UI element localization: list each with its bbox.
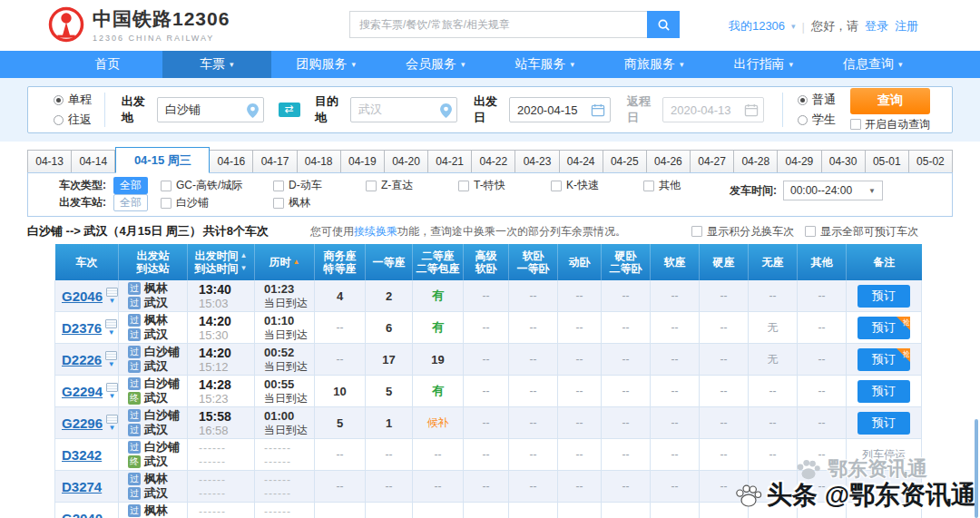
points-toggle[interactable]: 显示积分兑换车次 [691, 224, 794, 239]
search-button[interactable] [647, 11, 680, 38]
calendar-icon[interactable] [591, 103, 605, 121]
nav-item-travel-guide[interactable]: 出行指南▾ [709, 51, 818, 78]
checkbox-icon[interactable] [458, 181, 469, 191]
date-tab-04-27[interactable]: 04-27 [691, 150, 734, 173]
checkbox-icon[interactable] [805, 226, 816, 237]
date-tab-05-01[interactable]: 05-01 [866, 150, 909, 173]
date-tab-04-26[interactable]: 04-26 [647, 150, 691, 173]
date-tab-04-24[interactable]: 04-24 [560, 150, 603, 173]
nav-item-station-services[interactable]: 站车服务▾ [490, 51, 600, 78]
scrollbar-thumb[interactable] [975, 419, 978, 518]
auto-query-toggle[interactable]: 开启自动查询 [850, 117, 930, 132]
checkbox-icon[interactable] [850, 119, 861, 130]
date-tab-04-25[interactable]: 04-25 [603, 150, 647, 173]
date-tab-04-30[interactable]: 04-30 [822, 150, 866, 173]
seat-availability: -- [602, 376, 651, 407]
checkbox-icon[interactable] [161, 181, 172, 191]
date-tab-04-19[interactable]: 04-19 [341, 150, 385, 173]
depart-station-all-badge[interactable]: 全部 [113, 194, 148, 211]
column-header-3[interactable]: 历时▲ [255, 244, 315, 280]
checkbox-icon[interactable] [273, 198, 284, 209]
book-button[interactable]: 预订抢 [858, 317, 910, 339]
passenger-type-normal[interactable]: 普通 [798, 92, 848, 108]
depart-station-option[interactable]: 枫林 [273, 195, 353, 210]
train-type-all-badge[interactable]: 全部 [113, 177, 148, 194]
train-link[interactable]: G2294 [62, 384, 103, 399]
date-tab-04-15[interactable]: 04-15 周三 [115, 147, 210, 173]
date-tab-04-21[interactable]: 04-21 [428, 150, 472, 173]
train-link[interactable]: D3274 [62, 479, 102, 494]
depart-station-option[interactable]: 白沙铺 [161, 195, 260, 210]
login-link[interactable]: 登录 [865, 18, 888, 34]
train-link[interactable]: G2296 [62, 415, 103, 431]
seat-availability: -- [558, 439, 602, 471]
nav-item-group-services[interactable]: 团购服务▾ [271, 51, 381, 78]
trip-type-oneway[interactable]: 单程 [54, 92, 104, 108]
transfer-link[interactable]: 接续换乘 [354, 225, 397, 238]
checkbox-icon[interactable] [273, 181, 284, 191]
date-tab-04-17[interactable]: 04-17 [253, 150, 297, 173]
train-type-option[interactable]: GC-高铁/城际 [161, 178, 260, 193]
nav-item-home[interactable]: 首页 [53, 51, 162, 78]
train-link[interactable]: D3242 [62, 447, 102, 463]
all-bookable-toggle[interactable]: 显示全部可预订车次 [805, 224, 918, 239]
arrive-time: 15:03 [188, 297, 254, 310]
my12306-link[interactable]: 我的12306 [729, 18, 785, 34]
chevron-down-icon: ▾ [680, 60, 684, 69]
trip-type-roundtrip[interactable]: 往返 [54, 112, 104, 128]
nav-item-member-services[interactable]: 会员服务▾ [381, 51, 491, 78]
query-button[interactable]: 查询 [850, 88, 930, 114]
location-pin-icon[interactable] [440, 103, 452, 122]
swap-stations-icon[interactable]: ⇄ [279, 103, 300, 117]
date-tab-04-29[interactable]: 04-29 [778, 150, 821, 173]
expand-caret-icon[interactable]: ▼ [109, 298, 116, 305]
expand-caret-icon[interactable]: ▼ [108, 361, 115, 368]
date-tab-04-13[interactable]: 04-13 [27, 150, 72, 173]
train-type-option[interactable]: K-快速 [551, 178, 631, 193]
train-type-option[interactable]: Z-直达 [366, 178, 446, 193]
date-tab-04-18[interactable]: 04-18 [298, 150, 341, 173]
column-header-2[interactable]: 出发时间▲到达时间▼ [188, 244, 255, 280]
book-button[interactable]: 预订 [858, 285, 910, 308]
date-tab-04-22[interactable]: 04-22 [472, 150, 515, 173]
times-cell: ------------ [188, 471, 255, 503]
train-link[interactable]: D2376 [62, 320, 102, 336]
brand[interactable]: 中国铁路12306 12306 CHINA RAILWAY [47, 5, 230, 44]
date-tab-05-02[interactable]: 05-02 [909, 150, 953, 173]
station-name: 枫林 [144, 503, 168, 518]
search-input[interactable] [349, 11, 647, 38]
sort-asc-icon[interactable]: ▲ [240, 249, 248, 262]
checkbox-icon[interactable] [551, 181, 562, 191]
expand-caret-icon[interactable]: ▼ [109, 393, 116, 400]
nav-item-business-travel[interactable]: 商旅服务▾ [600, 51, 710, 78]
book-button[interactable]: 预订 [858, 380, 910, 403]
book-button[interactable]: 预订抢 [858, 348, 910, 371]
nav-item-info-query[interactable]: 信息查询▾ [818, 51, 928, 78]
checkbox-icon[interactable] [161, 198, 172, 209]
passenger-type-student[interactable]: 学生 [798, 112, 848, 128]
depart-time-select[interactable]: 00:00--24:00 ▼ [783, 181, 883, 200]
expand-caret-icon[interactable]: ▼ [108, 329, 115, 337]
date-tab-04-23[interactable]: 04-23 [515, 150, 559, 173]
book-button[interactable]: 预订 [858, 412, 910, 435]
nav-item-tickets[interactable]: 车票▾ [162, 51, 272, 78]
date-tab-04-28[interactable]: 04-28 [734, 150, 778, 173]
date-tab-04-14[interactable]: 04-14 [72, 150, 115, 173]
sort-asc-icon[interactable]: ▲ [293, 256, 300, 269]
train-link[interactable]: G2046 [62, 288, 103, 304]
train-type-option[interactable]: T-特快 [458, 178, 538, 193]
checkbox-icon[interactable] [366, 181, 377, 191]
location-pin-icon[interactable] [247, 103, 259, 122]
train-link[interactable]: D2226 [62, 352, 102, 367]
train-type-option[interactable]: D-动车 [273, 178, 353, 193]
checkbox-icon[interactable] [691, 226, 702, 237]
train-type-option[interactable]: 其他 [643, 178, 723, 193]
date-tab-04-16[interactable]: 04-16 [210, 150, 253, 173]
seat-availability: -- [464, 407, 509, 439]
checkbox-icon[interactable] [643, 181, 654, 191]
date-tab-04-20[interactable]: 04-20 [385, 150, 428, 173]
train-link[interactable]: G2040 [62, 511, 103, 518]
expand-caret-icon[interactable]: ▼ [109, 425, 116, 432]
register-link[interactable]: 注册 [895, 18, 918, 34]
sort-desc-icon[interactable]: ▼ [240, 262, 248, 275]
